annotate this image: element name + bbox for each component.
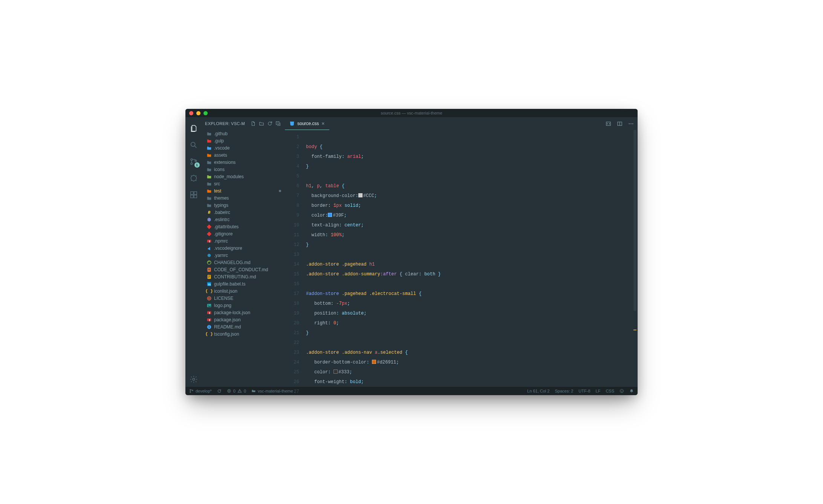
minimize-window-button[interactable]: [196, 111, 200, 115]
file-tree[interactable]: .github.gulp.vscodeassetsextensionsicons…: [202, 130, 285, 387]
status-problems[interactable]: 0 0: [227, 389, 246, 393]
svg-point-38: [630, 123, 631, 124]
tree-item-test[interactable]: test: [202, 187, 285, 194]
status-eol[interactable]: LF: [596, 389, 601, 393]
new-file-button[interactable]: [249, 120, 257, 127]
tree-item-code-of-conduct-md[interactable]: CODE_OF_CONDUCT.md: [202, 266, 285, 273]
tree-item--babelrc[interactable]: B.babelrc: [202, 209, 285, 216]
collapse-all-button[interactable]: [274, 120, 282, 127]
tree-item-logo-png[interactable]: logo.png: [202, 302, 285, 309]
tree-item--gulp[interactable]: .gulp: [202, 137, 285, 144]
minimap-viewport[interactable]: [633, 130, 636, 311]
refresh-button[interactable]: [266, 120, 274, 127]
svg-text:TS: TS: [208, 283, 211, 286]
tree-item-label: .babelrc: [214, 210, 230, 215]
tree-item-label: iconlist.json: [214, 289, 237, 294]
maximize-window-button[interactable]: [203, 111, 208, 115]
editor-body[interactable]: 1234567891011121314151617181920212223242…: [285, 130, 638, 387]
file-icon: [207, 238, 212, 244]
svg-rect-7: [194, 195, 196, 198]
file-icon: [207, 224, 212, 229]
tree-item-label: .github: [214, 131, 228, 136]
svg-point-27: [208, 305, 209, 305]
activity-settings[interactable]: [185, 372, 202, 387]
tab-close-button[interactable]: ×: [321, 121, 324, 126]
svg-point-39: [632, 123, 633, 124]
tree-item-gulpfile-babel-ts[interactable]: TSgulpfile.babel.ts: [202, 280, 285, 287]
status-sync[interactable]: [217, 389, 222, 393]
sync-icon: [217, 389, 222, 393]
tree-item-label: README.md: [214, 324, 241, 330]
tree-item-icons[interactable]: icons: [202, 166, 285, 173]
minimap-decoration: [633, 330, 636, 330]
folder-icon: [207, 153, 212, 158]
more-actions-button[interactable]: [626, 119, 635, 128]
activity-scm[interactable]: 1: [185, 154, 202, 169]
folder-icon: [207, 195, 212, 201]
tab-source-css[interactable]: source.css ×: [285, 117, 329, 130]
tree-item--gitignore[interactable]: .gitignore: [202, 230, 285, 237]
tree-item-readme-md[interactable]: README.md: [202, 323, 285, 330]
more-icon: [628, 121, 634, 127]
tree-item-typings[interactable]: typings: [202, 202, 285, 209]
warning-count: 0: [244, 389, 246, 393]
refresh-icon: [267, 121, 272, 126]
window-controls: [185, 111, 208, 115]
activity-debug[interactable]: [185, 171, 202, 186]
tree-item-tsconfig-json[interactable]: { }tsconfig.json: [202, 330, 285, 338]
close-window-button[interactable]: [189, 111, 193, 115]
collapse-icon: [275, 121, 281, 126]
svg-rect-5: [190, 192, 193, 194]
tree-item--npmrc[interactable]: .npmrc: [202, 237, 285, 244]
tree-item-extensions[interactable]: extensions: [202, 159, 285, 166]
minimap[interactable]: [632, 130, 638, 387]
titlebar[interactable]: source.css — vsc-material-theme: [185, 109, 638, 117]
tree-item--github[interactable]: .github: [202, 130, 285, 137]
tree-item-package-lock-json[interactable]: package-lock.json: [202, 309, 285, 316]
svg-rect-17: [208, 270, 210, 270]
open-changes-icon: [606, 121, 611, 127]
explorer-sidebar: EXPLORER: VSC-M .github.gulp.vscodeasset…: [202, 117, 285, 387]
status-cursor[interactable]: Ln 61, Col 2: [527, 389, 549, 393]
folder-icon: [207, 174, 212, 179]
activity-explorer[interactable]: [185, 121, 202, 136]
status-language[interactable]: CSS: [606, 389, 614, 393]
svg-rect-16: [208, 269, 210, 269]
tree-item-contributing-md[interactable]: CONTRIBUTING.md: [202, 273, 285, 280]
status-indent[interactable]: Spaces: 2: [555, 389, 573, 393]
debug-icon: [190, 174, 198, 182]
tree-item-iconlist-json[interactable]: { }iconlist.json: [202, 287, 285, 295]
tree-item-label: gulpfile.babel.ts: [214, 281, 245, 287]
tree-item--eslintrc[interactable]: .eslintrc: [202, 216, 285, 223]
tree-item--gitattributes[interactable]: .gitattributes: [202, 223, 285, 230]
files-icon: [190, 124, 198, 133]
tree-item-src[interactable]: src: [202, 180, 285, 187]
activity-extensions[interactable]: [185, 187, 202, 202]
tree-item-assets[interactable]: assets: [202, 151, 285, 159]
open-changes-button[interactable]: [604, 119, 613, 128]
new-folder-button[interactable]: [258, 120, 265, 127]
tree-item-themes[interactable]: themes: [202, 194, 285, 202]
tree-item--vscodeignore[interactable]: .vscodeignore: [202, 244, 285, 252]
svg-rect-8: [194, 192, 196, 194]
bell-icon: [629, 389, 634, 393]
code-area[interactable]: body { font-family: arial;} h1, p, table…: [306, 130, 638, 387]
tree-item--yarnrc[interactable]: .yarnrc: [202, 252, 285, 259]
tree-item-package-json[interactable]: package.json: [202, 316, 285, 323]
tree-item-node-modules[interactable]: node_modules: [202, 173, 285, 180]
split-editor-button[interactable]: [615, 119, 624, 128]
svg-point-40: [190, 389, 191, 390]
tree-item-changelog-md[interactable]: CHANGELOG.md: [202, 259, 285, 266]
tree-item-label: .npmrc: [214, 238, 228, 244]
status-branch[interactable]: develop*: [189, 389, 212, 393]
status-feedback[interactable]: [620, 389, 624, 393]
status-notifications[interactable]: [629, 389, 634, 393]
tree-item-license[interactable]: LICENSE: [202, 295, 285, 302]
tree-item-label: LICENSE: [214, 296, 233, 301]
activity-search[interactable]: [185, 137, 202, 153]
split-editor-icon: [617, 121, 623, 127]
tree-item-label: CODE_OF_CONDUCT.md: [214, 267, 268, 272]
status-encoding[interactable]: UTF-8: [578, 389, 590, 393]
tree-item--vscode[interactable]: .vscode: [202, 144, 285, 151]
folder-icon: [251, 389, 256, 393]
